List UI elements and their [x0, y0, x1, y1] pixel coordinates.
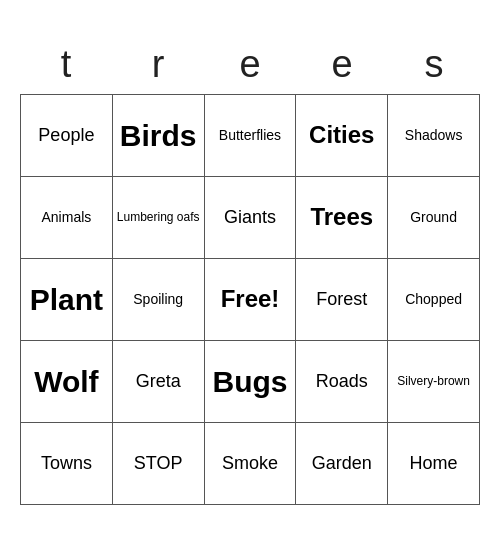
bingo-cell: Garden — [296, 423, 388, 505]
cell-text: Giants — [209, 207, 292, 229]
bingo-cell: Lumbering oafs — [112, 177, 204, 259]
cell-text: Ground — [392, 209, 475, 226]
cell-text: Wolf — [25, 364, 108, 400]
header-letter: s — [388, 39, 480, 90]
bingo-cell: Towns — [21, 423, 113, 505]
bingo-cell: Birds — [112, 95, 204, 177]
cell-text: Home — [392, 453, 475, 475]
header-letter: r — [112, 39, 204, 90]
bingo-cell: Giants — [204, 177, 296, 259]
header-letter: e — [296, 39, 388, 90]
cell-text: STOP — [117, 453, 200, 475]
cell-text: Silvery-brown — [392, 374, 475, 388]
cell-text: Free! — [209, 285, 292, 314]
bingo-cell: Roads — [296, 341, 388, 423]
bingo-cell: Plant — [21, 259, 113, 341]
bingo-cell: People — [21, 95, 113, 177]
header-letter: t — [20, 39, 112, 90]
bingo-cell: Forest — [296, 259, 388, 341]
cell-text: Chopped — [392, 291, 475, 308]
bingo-cell: Shadows — [388, 95, 480, 177]
bingo-cell: Silvery-brown — [388, 341, 480, 423]
table-row: PlantSpoilingFree!ForestChopped — [21, 259, 480, 341]
bingo-cell: Cities — [296, 95, 388, 177]
bingo-cell: Spoiling — [112, 259, 204, 341]
cell-text: Butterflies — [209, 127, 292, 144]
cell-text: Lumbering oafs — [117, 210, 200, 224]
cell-text: Garden — [300, 453, 383, 475]
bingo-cell: Animals — [21, 177, 113, 259]
table-row: WolfGretaBugsRoadsSilvery-brown — [21, 341, 480, 423]
cell-text: Cities — [300, 121, 383, 150]
cell-text: Birds — [117, 118, 200, 154]
bingo-cell: Ground — [388, 177, 480, 259]
table-row: PeopleBirdsButterfliesCitiesShadows — [21, 95, 480, 177]
bingo-cell: Free! — [204, 259, 296, 341]
table-row: AnimalsLumbering oafsGiantsTreesGround — [21, 177, 480, 259]
bingo-cell: Wolf — [21, 341, 113, 423]
cell-text: Smoke — [209, 453, 292, 475]
table-row: TownsSTOPSmokeGardenHome — [21, 423, 480, 505]
cell-text: People — [25, 125, 108, 147]
bingo-cell: Chopped — [388, 259, 480, 341]
cell-text: Greta — [117, 371, 200, 393]
cell-text: Trees — [300, 203, 383, 232]
cell-text: Roads — [300, 371, 383, 393]
bingo-cell: Bugs — [204, 341, 296, 423]
bingo-cell: Butterflies — [204, 95, 296, 177]
cell-text: Forest — [300, 289, 383, 311]
header-letter: e — [204, 39, 296, 90]
bingo-cell: Home — [388, 423, 480, 505]
bingo-header: trees — [20, 39, 480, 90]
cell-text: Shadows — [392, 127, 475, 144]
cell-text: Plant — [25, 282, 108, 318]
cell-text: Towns — [25, 453, 108, 475]
cell-text: Animals — [25, 209, 108, 226]
cell-text: Spoiling — [117, 291, 200, 308]
bingo-cell: Smoke — [204, 423, 296, 505]
bingo-cell: Greta — [112, 341, 204, 423]
bingo-cell: STOP — [112, 423, 204, 505]
cell-text: Bugs — [209, 364, 292, 400]
bingo-cell: Trees — [296, 177, 388, 259]
bingo-card: trees PeopleBirdsButterfliesCitiesShadow… — [20, 39, 480, 505]
bingo-grid: PeopleBirdsButterfliesCitiesShadowsAnima… — [20, 94, 480, 505]
